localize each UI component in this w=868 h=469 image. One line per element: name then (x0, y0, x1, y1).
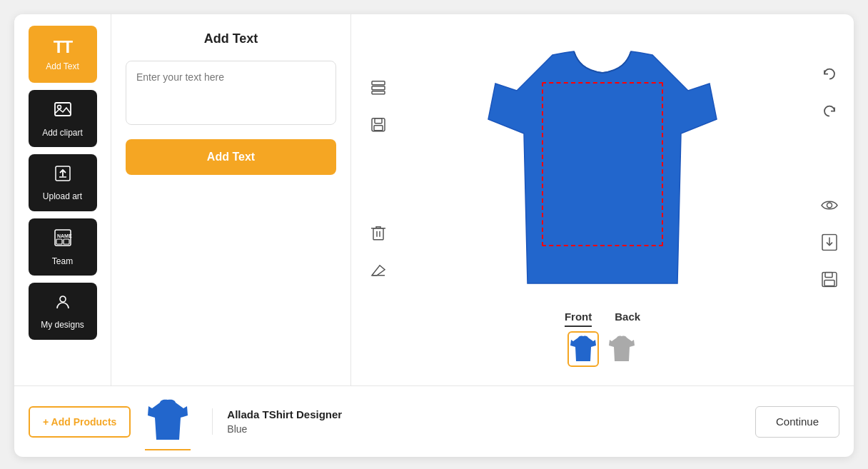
sidebar-item-upload-art[interactable]: Upload art (29, 154, 97, 211)
view-tabs: Front Back (565, 311, 640, 327)
view-button[interactable] (817, 193, 842, 218)
team-icon: NAME (53, 228, 73, 252)
add-text-icon: TT (54, 37, 71, 57)
svg-point-1 (57, 106, 61, 109)
sidebar-item-team[interactable]: NAME Team (29, 218, 97, 276)
save-layers-button[interactable] (365, 112, 391, 138)
color-gray-thumb[interactable] (606, 331, 637, 367)
sidebar-item-label: Upload art (43, 191, 82, 201)
svg-rect-25 (824, 281, 834, 286)
sidebar-item-label: Add clipart (42, 128, 83, 138)
product-color: Blue (227, 423, 741, 435)
sidebar-item-label: Add Text (46, 61, 79, 71)
svg-rect-16 (373, 228, 383, 240)
sidebar-item-add-clipart[interactable]: Add clipart (29, 90, 97, 147)
add-clipart-icon (53, 99, 73, 123)
svg-rect-11 (372, 91, 385, 94)
svg-rect-9 (372, 81, 385, 85)
color-thumbnails (567, 331, 637, 367)
delete-button[interactable] (365, 221, 391, 246)
sidebar-item-add-text[interactable]: TT Add Text (29, 26, 97, 83)
canvas-area: Front Back (351, 14, 854, 385)
color-blue-thumb[interactable] (567, 331, 599, 367)
erase-button[interactable] (365, 258, 391, 283)
tab-back[interactable]: Back (615, 311, 640, 327)
tab-front[interactable]: Front (565, 311, 592, 327)
sidebar-item-label: Team (52, 256, 73, 266)
svg-rect-14 (375, 118, 382, 123)
bottom-bar: + Add Products Allada TShirt Designer Bl… (14, 385, 854, 457)
svg-text:NAME: NAME (57, 233, 72, 238)
thumb-gray-tshirt (609, 334, 635, 364)
my-designs-icon (54, 293, 72, 316)
top-section: TT Add Text Add clipart (14, 14, 854, 385)
svg-point-20 (827, 203, 832, 208)
svg-rect-10 (372, 86, 385, 90)
undo-button[interactable] (817, 61, 842, 87)
thumb-blue-tshirt (570, 334, 596, 364)
layers-button[interactable] (365, 75, 391, 101)
svg-rect-24 (825, 273, 832, 278)
product-info: Allada TShirt Designer Blue (212, 408, 741, 435)
product-thumbnail (145, 393, 191, 450)
tshirt-container (481, 34, 724, 305)
redo-button[interactable] (817, 99, 842, 124)
middle-panel: Add Text Add Text (111, 14, 351, 385)
main-container: TT Add Text Add clipart (14, 14, 854, 457)
product-name: Allada TShirt Designer (227, 408, 741, 420)
svg-rect-7 (64, 239, 69, 244)
download-button[interactable] (817, 230, 842, 256)
product-thumb-svg (148, 397, 188, 445)
sidebar: TT Add Text Add clipart (14, 14, 111, 385)
canvas-tools-left (365, 75, 391, 283)
svg-point-8 (60, 296, 66, 302)
upload-art-icon (54, 164, 72, 187)
sidebar-item-label: My designs (41, 320, 84, 330)
panel-title: Add Text (204, 31, 258, 46)
save-right-button[interactable] (817, 267, 842, 293)
svg-rect-6 (56, 239, 62, 244)
continue-button[interactable]: Continue (755, 406, 839, 438)
tshirt-svg (481, 34, 724, 305)
add-products-button[interactable]: + Add Products (29, 406, 131, 438)
svg-rect-0 (55, 103, 71, 116)
svg-rect-15 (374, 126, 383, 131)
text-input[interactable] (126, 61, 336, 125)
add-text-button[interactable]: Add Text (126, 139, 336, 175)
canvas-tools-right (817, 61, 842, 293)
sidebar-item-my-designs[interactable]: My designs (29, 283, 97, 340)
